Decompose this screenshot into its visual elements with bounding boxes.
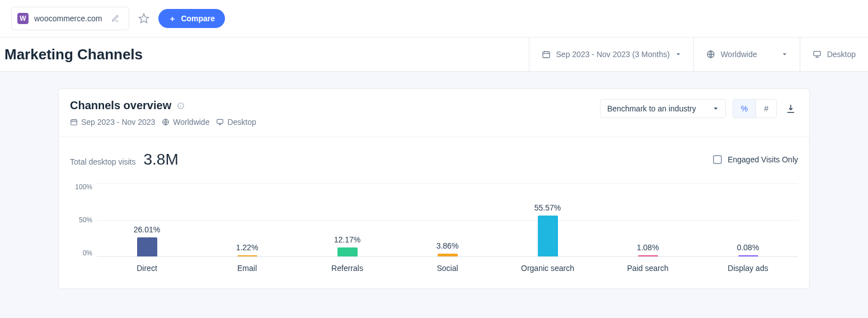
- monitor-icon: [216, 118, 224, 126]
- bar[interactable]: [237, 255, 257, 256]
- bar[interactable]: [438, 254, 458, 256]
- svg-rect-7: [217, 119, 223, 123]
- meta-region: Worldwide: [173, 118, 209, 127]
- site-pill[interactable]: W woocommerce.com: [11, 7, 129, 30]
- header-filters: Sep 2023 - Nov 2023 (3 Months) Worldwide…: [529, 38, 868, 71]
- header-row: Marketing Channels Sep 2023 - Nov 2023 (…: [0, 37, 868, 72]
- y-tick: 100%: [75, 183, 92, 191]
- site-name: woocommerce.com: [34, 14, 102, 23]
- compare-label: Compare: [181, 14, 215, 23]
- bar-value-label: 3.86%: [437, 241, 459, 250]
- benchmark-dropdown[interactable]: Benchmark to an industry: [600, 99, 726, 118]
- toggle-percent[interactable]: %: [733, 100, 756, 118]
- toggle-count[interactable]: #: [756, 100, 776, 118]
- svg-rect-3: [814, 52, 820, 56]
- bar-column: 1.22%: [197, 183, 297, 256]
- meta-device: Desktop: [227, 118, 256, 127]
- svg-rect-1: [543, 52, 550, 58]
- panel-header: Channels overview Sep 2023 - Nov 2023: [59, 89, 809, 137]
- bar[interactable]: [738, 255, 758, 256]
- y-axis: 100%50%0%: [70, 183, 97, 257]
- panel-body: Total desktop visits 3.8M Engaged Visits…: [59, 137, 809, 288]
- engaged-visits-label: Engaged Visits Only: [728, 155, 798, 164]
- globe-icon: [162, 118, 170, 126]
- calendar-icon: [542, 50, 551, 59]
- benchmark-label: Benchmark to an industry: [607, 104, 696, 113]
- y-tick: 0%: [83, 249, 92, 257]
- chevron-down-icon: [782, 52, 787, 57]
- y-tick: 50%: [79, 216, 92, 224]
- bar-column: 26.01%: [97, 183, 197, 256]
- device-filter[interactable]: Desktop: [800, 38, 868, 71]
- date-range-text: Sep 2023 - Nov 2023 (3 Months): [556, 50, 670, 59]
- x-tick: Paid search: [598, 257, 698, 273]
- content: Channels overview Sep 2023 - Nov 2023: [0, 72, 868, 306]
- panel-meta: Sep 2023 - Nov 2023 Worldwide Desktop: [70, 118, 256, 127]
- bar-value-label: 1.22%: [236, 243, 259, 252]
- bar[interactable]: [337, 247, 358, 256]
- info-icon[interactable]: [177, 102, 185, 110]
- x-tick: Direct: [97, 257, 197, 273]
- plot-area: 26.01%1.22%12.17%3.86%55.57%1.08%0.08%: [97, 183, 798, 257]
- calendar-icon: [70, 118, 78, 126]
- topbar: W woocommerce.com ＋ Compare: [0, 0, 868, 37]
- bar-column: 55.57%: [498, 183, 598, 256]
- date-range-filter[interactable]: Sep 2023 - Nov 2023 (3 Months): [529, 38, 693, 71]
- x-axis: DirectEmailReferralsSocialOrganic search…: [97, 257, 798, 273]
- download-button[interactable]: [783, 101, 798, 116]
- bar-column: 0.08%: [698, 183, 798, 256]
- device-text: Desktop: [827, 50, 856, 59]
- total-visits-label: Total desktop visits: [70, 157, 136, 166]
- chevron-down-icon: [713, 106, 719, 111]
- pencil-icon[interactable]: [107, 11, 123, 26]
- bar-column: 12.17%: [297, 183, 397, 256]
- region-filter[interactable]: Worldwide: [693, 38, 800, 71]
- compare-button[interactable]: ＋ Compare: [158, 9, 225, 28]
- bar-value-label: 12.17%: [334, 235, 360, 244]
- channels-overview-panel: Channels overview Sep 2023 - Nov 2023: [58, 88, 810, 289]
- page-title: Marketing Channels: [2, 38, 145, 71]
- monitor-icon: [813, 50, 822, 59]
- checkbox-icon: [713, 155, 722, 164]
- x-tick: Organic search: [498, 257, 598, 273]
- bar[interactable]: [638, 255, 658, 256]
- bar[interactable]: [538, 216, 558, 256]
- x-tick: Email: [197, 257, 297, 273]
- bar[interactable]: [137, 237, 157, 256]
- region-text: Worldwide: [721, 50, 757, 59]
- x-tick: Display ads: [698, 257, 798, 273]
- bar-column: 3.86%: [397, 183, 498, 256]
- plus-icon: ＋: [168, 15, 176, 22]
- bar-value-label: 1.08%: [637, 243, 659, 252]
- download-icon: [786, 104, 796, 114]
- channels-chart: 100%50%0% 26.01%1.22%12.17%3.86%55.57%1.…: [70, 183, 798, 257]
- svg-rect-5: [71, 120, 77, 125]
- total-visits-value: 3.8M: [144, 151, 179, 169]
- bars-container: 26.01%1.22%12.17%3.86%55.57%1.08%0.08%: [97, 183, 798, 256]
- site-logo: W: [17, 13, 29, 24]
- svg-marker-0: [139, 14, 149, 23]
- x-tick: Referrals: [297, 257, 397, 273]
- bar-value-label: 0.08%: [737, 243, 759, 252]
- engaged-visits-toggle[interactable]: Engaged Visits Only: [713, 155, 798, 164]
- star-icon[interactable]: [136, 11, 152, 26]
- globe-icon: [706, 50, 715, 59]
- x-tick: Social: [397, 257, 498, 273]
- meta-date: Sep 2023 - Nov 2023: [81, 118, 155, 127]
- bar-column: 1.08%: [598, 183, 698, 256]
- bar-value-label: 55.57%: [534, 203, 561, 212]
- percent-count-toggle: % #: [733, 99, 777, 118]
- panel-title: Channels overview: [70, 99, 171, 112]
- bar-value-label: 26.01%: [134, 225, 160, 234]
- chevron-down-icon: [675, 52, 681, 57]
